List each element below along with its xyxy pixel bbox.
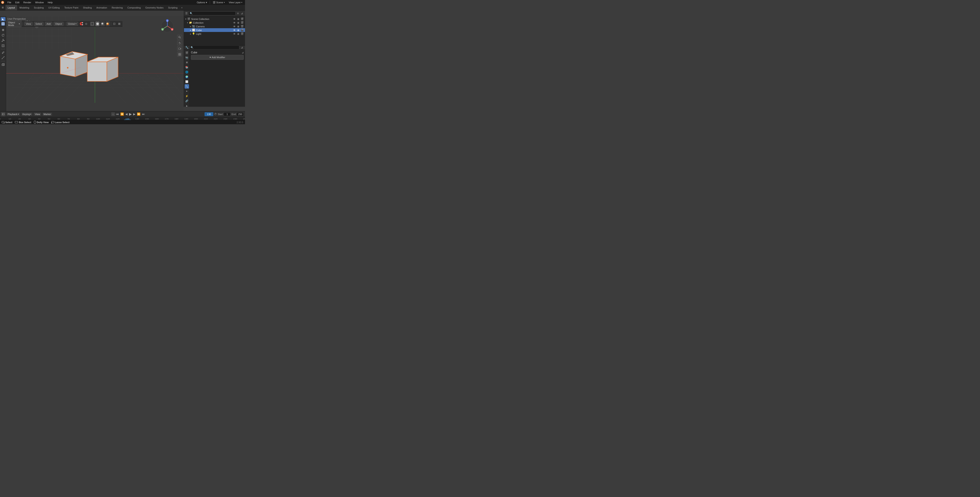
props-icon-constraints[interactable]: 🔗: [185, 99, 189, 103]
scene-selector[interactable]: 🎬 Scene ▾: [211, 1, 227, 4]
props-icon-output[interactable]: 🖥: [185, 60, 189, 65]
props-expand-icon[interactable]: ⊿: [240, 46, 244, 49]
grid-view-icon[interactable]: [177, 52, 182, 57]
menu-file[interactable]: File: [6, 1, 13, 4]
object-props-expand-btn[interactable]: ⊿: [242, 51, 244, 54]
scene-restrict-icon[interactable]: 🖥: [237, 18, 239, 20]
shading-wireframe-btn[interactable]: [90, 22, 94, 26]
shading-material-btn[interactable]: [100, 22, 104, 26]
options-btn[interactable]: Options ▾: [195, 1, 209, 4]
collection-item[interactable]: ▾ 📁 Collection 👁 🖥 🎬: [184, 21, 245, 24]
scene-collection-item[interactable]: ▾ 🎬 Scene Collection 👁 🖥 🎬: [184, 17, 245, 21]
props-search-input[interactable]: [189, 46, 239, 49]
cube-render-icon[interactable]: 🎬: [240, 29, 244, 32]
viewport-add-menu[interactable]: Add: [45, 22, 52, 26]
xray-btn[interactable]: ⊠: [118, 22, 121, 26]
outliner-cube-item[interactable]: ▸ ⬜ Cube 👁 🖥 🎬: [184, 28, 245, 32]
collection-render-icon[interactable]: 🎬: [240, 21, 244, 24]
outliner-filter-icon[interactable]: ≡: [237, 12, 239, 15]
tab-sculpting[interactable]: Sculpting: [32, 5, 46, 10]
outliner-options-icon[interactable]: ⊿: [240, 12, 244, 15]
hand-view-icon[interactable]: [177, 40, 182, 45]
props-icon-modifier[interactable]: 🔧: [185, 84, 189, 89]
menu-help[interactable]: Help: [46, 1, 54, 4]
timeline-playback-btn[interactable]: Playback ▾: [6, 113, 20, 116]
tab-geometry-nodes[interactable]: Geometry Nodes: [143, 5, 165, 10]
viewport-3d[interactable]: User Perspective (130) Collection | Cube…: [6, 16, 184, 111]
props-icon-data[interactable]: ▲: [185, 104, 189, 107]
keyframe-icon[interactable]: ◇: [111, 112, 115, 116]
first-frame-btn[interactable]: ⏮: [116, 112, 119, 116]
start-frame-input[interactable]: [224, 112, 231, 116]
shading-solid-btn[interactable]: [95, 22, 99, 26]
next-keyframe-btn[interactable]: ⏩: [137, 112, 141, 116]
transform-global-btn[interactable]: Global ▾: [67, 22, 78, 26]
tab-rendering[interactable]: Rendering: [110, 5, 125, 10]
outliner-camera-item[interactable]: ▸ 📷 Camera 👁 🖥 🎬: [184, 24, 245, 28]
timeline-keying-btn[interactable]: Keying ▾: [21, 113, 33, 116]
viewport-object-menu[interactable]: Object: [54, 22, 64, 26]
tool-add-cube[interactable]: [1, 62, 5, 67]
overlay-btn[interactable]: ⊡: [113, 22, 116, 26]
scene-visible-icon[interactable]: 👁: [233, 18, 235, 20]
light-restrict-icon[interactable]: 🖥: [237, 33, 239, 35]
timeline-marker-btn[interactable]: Marker: [43, 113, 52, 116]
next-frame-btn[interactable]: ▶: [133, 112, 136, 116]
light-visible-icon[interactable]: 👁: [233, 33, 235, 35]
tab-animation[interactable]: Animation: [94, 5, 110, 10]
prev-keyframe-btn[interactable]: ⏪: [120, 112, 124, 116]
last-frame-btn[interactable]: ⏭: [142, 112, 145, 116]
camera-restrict-icon[interactable]: 🖥: [237, 25, 239, 28]
cube-visible-icon[interactable]: 👁: [233, 29, 235, 32]
play-btn[interactable]: ▶: [129, 112, 132, 116]
tool-rotate[interactable]: [1, 33, 5, 38]
viewport-gizmo[interactable]: Z X Y: [160, 18, 175, 34]
outliner-search[interactable]: [189, 11, 235, 15]
object-mode-btn[interactable]: Object Mode ▾: [6, 21, 21, 27]
props-icon-render[interactable]: 📷: [185, 55, 189, 60]
end-frame-input[interactable]: [237, 112, 244, 116]
collection-visible-icon[interactable]: 👁: [233, 21, 235, 24]
loop-icon[interactable]: ⏱: [214, 113, 217, 116]
camera-view-icon[interactable]: [177, 46, 182, 51]
menu-render[interactable]: Render: [22, 1, 33, 4]
cube-restrict-icon[interactable]: 🖥: [237, 29, 239, 32]
snap-icon-btn[interactable]: 🧲: [80, 22, 83, 26]
tool-scale[interactable]: [1, 38, 5, 43]
camera-visible-icon[interactable]: 👁: [233, 25, 235, 28]
props-icon-world[interactable]: 🌍: [185, 75, 189, 79]
light-render-icon[interactable]: 🎬: [240, 32, 244, 35]
props-icon-object[interactable]: ⬜: [185, 80, 189, 84]
props-icon-scene-props[interactable]: 🌐: [185, 70, 189, 74]
tool-move[interactable]: [1, 27, 5, 32]
scene-render-icon[interactable]: 🎬: [240, 18, 244, 20]
current-frame-input[interactable]: [205, 112, 213, 116]
outliner-light-item[interactable]: ▸ 💡 Light 👁 🖥 🎬: [184, 32, 245, 36]
menu-edit[interactable]: Edit: [14, 1, 21, 4]
proportional-edit-btn[interactable]: ⊙: [85, 22, 88, 25]
tab-uv-editing[interactable]: UV Editing: [46, 5, 62, 10]
tool-measure[interactable]: [1, 55, 5, 60]
prev-frame-btn[interactable]: ◀: [125, 112, 128, 116]
props-icon-view-layer[interactable]: 📚: [185, 65, 189, 69]
tab-shading[interactable]: Shading: [81, 5, 94, 10]
camera-render-icon[interactable]: 🎬: [240, 25, 244, 28]
viewport-select-menu[interactable]: Select: [34, 22, 44, 26]
zoom-view-icon[interactable]: [177, 35, 182, 40]
timeline-view-btn[interactable]: View: [34, 113, 41, 116]
menu-window[interactable]: Window: [33, 1, 46, 4]
tab-layout[interactable]: Layout: [5, 5, 17, 10]
timeline-type-icon[interactable]: [1, 112, 5, 116]
viewport-view-menu[interactable]: View: [24, 22, 33, 26]
tab-compositing[interactable]: Compositing: [125, 5, 143, 10]
add-modifier-btn[interactable]: ▾ Add Modifier: [191, 55, 244, 60]
props-icon-scene[interactable]: 🎬: [185, 51, 189, 55]
tool-transform[interactable]: [1, 43, 5, 48]
shading-rendered-btn[interactable]: [106, 22, 110, 26]
tab-texture-paint[interactable]: Texture Paint: [62, 5, 81, 10]
view-layer-selector[interactable]: View Layer ▾: [227, 1, 244, 4]
new-workspace-icon[interactable]: ⊞: [1, 6, 5, 10]
tool-annotate[interactable]: [1, 50, 5, 55]
tab-scripting[interactable]: Scripting: [166, 5, 180, 10]
props-icon-particles[interactable]: ✦: [185, 89, 189, 93]
